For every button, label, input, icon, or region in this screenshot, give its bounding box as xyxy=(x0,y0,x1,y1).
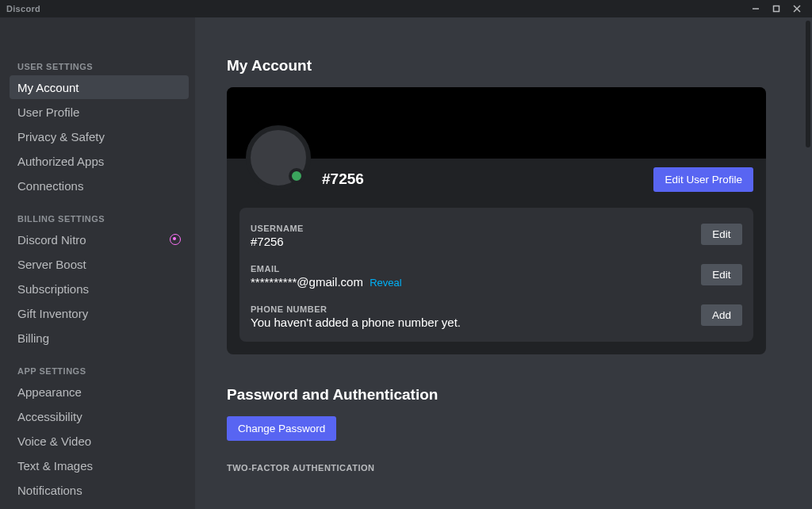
sidebar-item-label: Authorized Apps xyxy=(17,155,104,168)
sidebar-item-label: Appearance xyxy=(17,385,82,399)
sidebar-item-label: Server Boost xyxy=(17,258,86,271)
sidebar-item-gift-inventory[interactable]: Gift Inventory xyxy=(10,301,189,325)
nitro-badge-icon xyxy=(170,234,181,245)
edit-email-button[interactable]: Edit xyxy=(701,264,742,285)
avatar[interactable] xyxy=(246,125,311,190)
edit-username-button[interactable]: Edit xyxy=(701,224,742,245)
app-title: Discord xyxy=(6,4,40,13)
sidebar-item-label: Billing xyxy=(17,331,49,345)
sidebar-item-privacy-safety[interactable]: Privacy & Safety xyxy=(10,124,189,148)
field-value: #7256 xyxy=(251,235,304,248)
sidebar-item-label: My Account xyxy=(17,81,79,94)
page-title: My Account xyxy=(227,57,766,75)
field-value: **********@gmail.com Reveal xyxy=(251,275,402,289)
twofa-header: TWO-FACTOR AUTHENTICATION xyxy=(227,463,766,473)
sidebar-item-connections[interactable]: Connections xyxy=(10,174,189,197)
sidebar-item-notifications[interactable]: Notifications xyxy=(10,478,189,502)
sidebar-item-subscriptions[interactable]: Subscriptions xyxy=(10,277,189,300)
sidebar-item-text-images[interactable]: Text & Images xyxy=(10,454,189,477)
sidebar-item-label: Voice & Video xyxy=(17,434,91,448)
sidebar-item-appearance[interactable]: Appearance xyxy=(10,380,189,404)
sidebar-item-user-profile[interactable]: User Profile xyxy=(10,100,189,124)
profile-card: #7256 Edit User Profile USERNAME #7256 E… xyxy=(227,87,766,354)
sidebar-item-voice-video[interactable]: Voice & Video xyxy=(10,429,189,453)
sidebar-item-label: Privacy & Safety xyxy=(17,130,105,144)
user-discriminator: #7256 xyxy=(322,170,364,188)
sidebar-item-label: Connections xyxy=(17,179,83,193)
reveal-email-link[interactable]: Reveal xyxy=(370,277,401,289)
sidebar-header-user-settings: USER SETTINGS xyxy=(10,57,189,75)
scrollbar-thumb[interactable] xyxy=(806,21,810,147)
sidebar-item-my-account[interactable]: My Account xyxy=(10,75,189,99)
field-email: EMAIL **********@gmail.com Reveal Edit xyxy=(251,259,742,300)
sidebar-item-accessibility[interactable]: Accessibility xyxy=(10,404,189,428)
sidebar-header-app-settings: APP SETTINGS xyxy=(10,362,189,379)
sidebar-item-label: Accessibility xyxy=(17,410,82,423)
field-username: USERNAME #7256 Edit xyxy=(251,219,742,259)
field-label: EMAIL xyxy=(251,264,402,274)
svg-rect-1 xyxy=(774,6,779,12)
window-close-button[interactable] xyxy=(787,1,807,17)
window-titlebar: Discord xyxy=(0,0,812,17)
sidebar-item-keybinds[interactable]: Keybinds xyxy=(10,503,189,509)
sidebar-item-label: Gift Inventory xyxy=(17,307,88,320)
window-controls xyxy=(745,1,807,17)
auth-section-title: Password and Authentication xyxy=(227,386,766,404)
sidebar-item-authorized-apps[interactable]: Authorized Apps xyxy=(10,149,189,173)
content-scrollbar[interactable] xyxy=(806,21,810,506)
status-online-icon xyxy=(289,168,304,184)
sidebar-item-discord-nitro[interactable]: Discord Nitro xyxy=(10,228,189,251)
field-label: USERNAME xyxy=(251,224,304,233)
sidebar-item-label: Discord Nitro xyxy=(17,233,86,247)
sidebar-header-billing-settings: BILLING SETTINGS xyxy=(10,209,189,227)
sidebar-item-billing[interactable]: Billing xyxy=(10,326,189,350)
change-password-button[interactable]: Change Password xyxy=(227,416,336,441)
sidebar-item-label: Subscriptions xyxy=(17,282,89,296)
content-area: ESC My Account #7256 Edit User Profile U… xyxy=(195,17,812,509)
email-masked: **********@gmail.com xyxy=(251,275,363,289)
add-phone-button[interactable]: Add xyxy=(701,304,742,326)
field-label: PHONE NUMBER xyxy=(251,304,461,314)
account-fields: USERNAME #7256 Edit EMAIL **********@gma… xyxy=(239,208,753,342)
sidebar-item-label: Text & Images xyxy=(17,459,93,473)
field-phone: PHONE NUMBER You haven't added a phone n… xyxy=(251,300,742,331)
field-value: You haven't added a phone number yet. xyxy=(251,316,461,329)
sidebar-item-label: User Profile xyxy=(17,105,79,119)
edit-user-profile-button[interactable]: Edit User Profile xyxy=(653,167,753,192)
window-minimize-button[interactable] xyxy=(745,1,766,17)
window-maximize-button[interactable] xyxy=(766,1,787,17)
settings-sidebar: USER SETTINGS My Account User Profile Pr… xyxy=(0,17,195,509)
sidebar-item-label: Notifications xyxy=(17,484,82,497)
sidebar-item-server-boost[interactable]: Server Boost xyxy=(10,252,189,276)
